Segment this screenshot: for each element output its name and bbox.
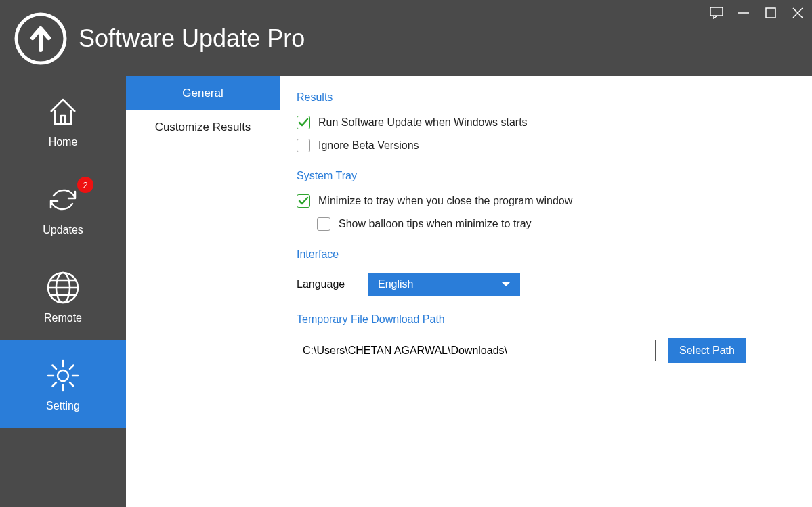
chevron-down-icon [501,278,511,290]
label-minimize-tray: Minimize to tray when you close the prog… [318,195,572,207]
maximize-icon[interactable] [763,5,778,20]
nav-label-remote: Remote [44,312,82,324]
updates-badge: 2 [77,177,93,193]
globe-icon [44,269,82,307]
titlebar: Software Update Pro [0,0,812,76]
check-row-balloon-tips: Show balloon tips when minimize to tray [317,217,796,231]
checkbox-ignore-beta[interactable] [297,139,310,152]
feedback-icon[interactable] [709,5,724,20]
checkbox-minimize-tray[interactable] [297,194,310,208]
window-controls [709,5,805,20]
settings-content: Results Run Software Update when Windows… [280,76,812,507]
nav-label-home: Home [49,136,78,148]
app-title: Software Update Pro [79,24,305,53]
section-heading-system-tray: System Tray [297,170,796,182]
language-row: Language English [297,273,796,296]
label-ignore-beta: Ignore Beta Versions [318,139,419,152]
section-heading-results: Results [297,91,796,104]
checkbox-run-on-startup[interactable] [297,116,310,129]
close-icon[interactable] [790,5,805,20]
check-row-minimize-tray: Minimize to tray when you close the prog… [297,194,796,208]
sidebar: Home 2 Updates Remote Setting [0,76,126,507]
download-path-row: Select Path [297,338,796,363]
language-label: Language [297,278,368,290]
subtab-customize-results[interactable]: Customize Results [126,110,280,144]
section-heading-interface: Interface [297,248,796,261]
check-row-ignore-beta: Ignore Beta Versions [297,139,796,152]
app-logo-icon [14,12,68,66]
check-row-run-on-startup: Run Software Update when Windows starts [297,116,796,129]
language-selected: English [378,278,413,290]
gear-icon [44,357,82,395]
svg-rect-1 [710,7,723,16]
label-run-on-startup: Run Software Update when Windows starts [318,116,528,129]
nav-label-setting: Setting [46,400,80,412]
nav-home[interactable]: Home [0,76,126,164]
language-dropdown[interactable]: English [368,273,520,296]
select-path-button[interactable]: Select Path [668,338,746,363]
settings-subtabs: General Customize Results [126,76,280,507]
minimize-icon[interactable] [736,5,751,20]
section-heading-download-path: Temporary File Download Path [297,313,796,326]
svg-point-11 [58,370,68,381]
download-path-input[interactable] [297,340,656,361]
sync-icon [44,181,82,219]
checkbox-balloon-tips[interactable] [317,217,330,231]
nav-updates[interactable]: 2 Updates [0,164,126,252]
nav-setting[interactable]: Setting [0,340,126,428]
home-icon [44,93,82,131]
label-balloon-tips: Show balloon tips when minimize to tray [339,218,532,230]
svg-rect-3 [766,8,775,18]
subtab-general[interactable]: General [126,76,280,110]
nav-label-updates: Updates [43,224,83,236]
nav-remote[interactable]: Remote [0,252,126,340]
